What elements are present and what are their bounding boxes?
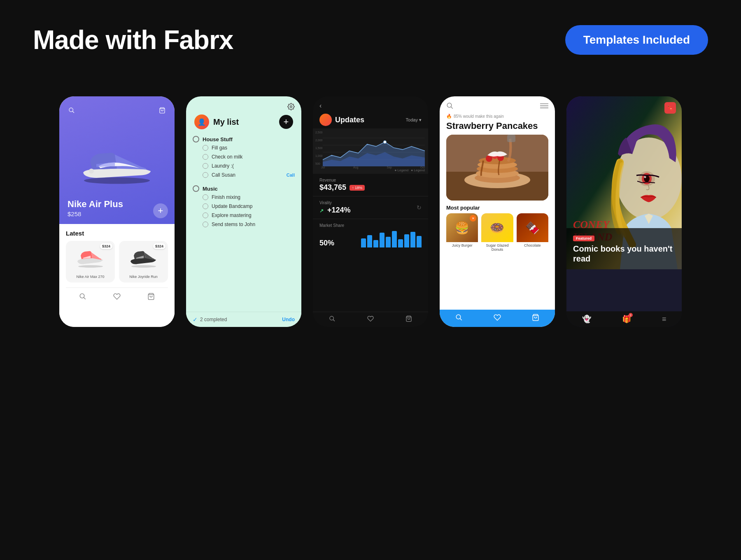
- phone-comic: CONEY ISLAND 🔖 Featured Comic books you …: [566, 96, 682, 327]
- product-price: $258: [68, 210, 123, 217]
- item1-text: Fill gas: [212, 145, 227, 151]
- search-icon[interactable]: [446, 102, 454, 110]
- search-footer-icon[interactable]: [455, 314, 463, 323]
- revenue-label: Revenue: [319, 178, 422, 182]
- shoe-image: [74, 140, 160, 189]
- comic-title: Comic books you haven't read: [573, 244, 675, 264]
- notification-badge: 2: [629, 313, 633, 317]
- templates-badge[interactable]: Templates Included: [565, 25, 708, 55]
- revenue-value: $43,765: [319, 183, 346, 192]
- section1-circle: [193, 136, 199, 142]
- popular-title: Most popular: [440, 201, 555, 213]
- product-item-2[interactable]: $324 Nike Joyride Run: [119, 241, 168, 282]
- list-profile-row: 👤 My list +: [186, 110, 301, 133]
- svg-point-10: [290, 106, 292, 108]
- call-label[interactable]: Call: [287, 173, 295, 177]
- market-bars: [361, 229, 422, 247]
- svg-line-17: [333, 320, 335, 321]
- popular-name-3: Chocolate: [517, 242, 548, 249]
- item4-text: Call Susan: [212, 172, 235, 178]
- search-icon[interactable]: [66, 105, 77, 116]
- popular-item-1[interactable]: 🍔 Juicy Burger ✕: [446, 213, 478, 253]
- heart-footer-icon[interactable]: [494, 314, 501, 323]
- undo-button[interactable]: Undo: [282, 317, 295, 322]
- check-icon: ✓: [193, 316, 198, 323]
- item3-circle: [203, 163, 208, 169]
- popular-row: 🍔 Juicy Burger ✕ 🍩 Sugar Glazed Donuts 🍫…: [440, 213, 555, 253]
- bar-10: [417, 236, 422, 247]
- product-info: Nike Air Plus $258: [68, 199, 123, 217]
- phone-dashboard: ‹ Updates Today ▾ 2,500 2,000 1,500 1,00…: [313, 96, 428, 327]
- bag-footer-icon[interactable]: [147, 293, 155, 302]
- bag-footer-icon[interactable]: [532, 314, 539, 323]
- recipe-topbar: [440, 96, 555, 114]
- sneaker-hero: Nike Air Plus $258 +: [59, 96, 175, 224]
- revenue-badge: ↑ 18%: [350, 185, 365, 191]
- svg-point-4: [89, 169, 94, 174]
- bag-footer-icon[interactable]: [405, 315, 412, 324]
- add-to-cart-button[interactable]: +: [153, 203, 168, 218]
- list-item-2[interactable]: Check on milk: [193, 152, 295, 161]
- dashboard-topbar: ‹: [313, 96, 428, 112]
- section1-header: House Stuff: [193, 136, 295, 142]
- revenue-row: $43,765 ↑ 18%: [319, 183, 422, 192]
- list-topbar: [186, 96, 301, 110]
- heart-footer-icon[interactable]: [113, 293, 121, 302]
- bookmark-icon[interactable]: 🔖: [664, 102, 676, 114]
- page-header: Made with Fabrx Templates Included: [0, 0, 741, 72]
- y-label-4: 1,000: [315, 154, 323, 157]
- list-item-7[interactable]: Explore mastering: [193, 211, 295, 220]
- bar-9: [410, 232, 415, 247]
- bar-6: [392, 231, 397, 247]
- updates-title: Updates: [335, 116, 364, 124]
- svg-point-6: [131, 265, 156, 268]
- comic-overlay: Featured Comic books you haven't read: [566, 228, 682, 269]
- svg-point-3: [84, 177, 150, 184]
- virality-value: ↗ +124%: [319, 206, 351, 215]
- list-item-1[interactable]: Fill gas: [193, 143, 295, 152]
- menu-icon[interactable]: [540, 103, 548, 109]
- section1-title: House Stuff: [203, 136, 233, 142]
- svg-line-37: [460, 318, 462, 320]
- product-list: $324 Nike Air Max 270 $324: [66, 241, 168, 282]
- today-badge[interactable]: Today ▾: [406, 117, 422, 123]
- svg-point-5: [78, 265, 103, 268]
- item4-circle: [203, 172, 208, 178]
- featured-label: Featured: [573, 236, 594, 241]
- section2-title: Music: [203, 186, 218, 192]
- y-label-2: 2,000: [315, 139, 323, 142]
- back-icon[interactable]: ‹: [319, 102, 322, 110]
- list-item-8[interactable]: Send stems to John: [193, 220, 295, 229]
- list-item-5[interactable]: Finish mixing: [193, 193, 295, 202]
- refresh-icon[interactable]: ↻: [417, 204, 422, 211]
- virality-label: Virality: [319, 201, 351, 205]
- cart-icon[interactable]: [156, 105, 168, 116]
- page-title: Made with Fabrx: [33, 25, 233, 55]
- recipe-title: Strawberry Pancakes: [440, 121, 555, 135]
- popular-item-2[interactable]: 🍩 Sugar Glazed Donuts: [481, 213, 513, 253]
- search-footer-icon[interactable]: [79, 293, 86, 302]
- item6-text: Update Bandcamp: [212, 203, 252, 209]
- add-list-item-button[interactable]: +: [279, 115, 293, 129]
- recipe-hero-image: ▶: [446, 135, 548, 201]
- bar-7: [398, 239, 403, 247]
- list-title: My list: [213, 117, 239, 127]
- product-1-name: Nike Air Max 270: [69, 275, 112, 279]
- svg-point-36: [456, 315, 461, 319]
- item3-text: Laundry :(: [212, 163, 234, 169]
- menu-footer-icon[interactable]: ≡: [662, 315, 666, 324]
- latest-label: Latest: [66, 230, 168, 237]
- svg-rect-35: [507, 135, 515, 142]
- settings-icon[interactable]: [287, 103, 295, 110]
- search-footer-icon[interactable]: [329, 315, 336, 324]
- popular-item-3[interactable]: 🍫 Chocolate: [517, 213, 548, 253]
- list-item-3[interactable]: Laundry :(: [193, 161, 295, 170]
- chart-y-labels: 2,500 2,000 1,500 1,000 500: [315, 131, 323, 165]
- gift-icon[interactable]: 🎁 2: [622, 315, 631, 324]
- list-item-4[interactable]: Call Susan Call: [193, 170, 295, 180]
- heart-footer-icon[interactable]: [367, 315, 374, 324]
- ghost-icon[interactable]: 👻: [582, 315, 591, 324]
- product-item-1[interactable]: $324 Nike Air Max 270: [66, 241, 115, 282]
- list-item-6[interactable]: Update Bandcamp: [193, 202, 295, 211]
- item8-text: Send stems to John: [212, 222, 255, 227]
